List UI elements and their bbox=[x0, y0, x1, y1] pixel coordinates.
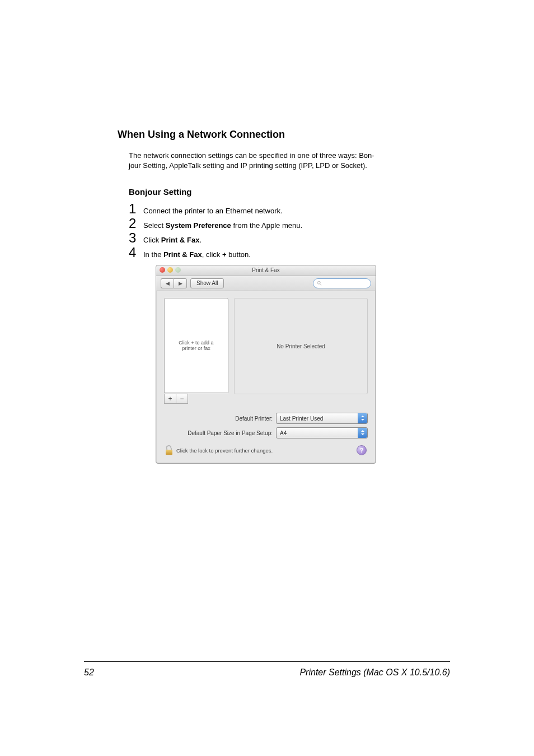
subsection-heading: Bonjour Setting bbox=[129, 187, 444, 197]
printer-detail-pane: No Printer Selected bbox=[234, 298, 368, 394]
close-icon[interactable] bbox=[160, 267, 165, 273]
step-number: 2 bbox=[129, 217, 141, 230]
steps-list: 1Connect the printer to an Ethernet netw… bbox=[129, 202, 444, 259]
svg-point-0 bbox=[317, 281, 320, 284]
page-number: 52 bbox=[84, 668, 94, 678]
step-text: Connect the printer to an Ethernet netwo… bbox=[141, 207, 283, 215]
svg-line-1 bbox=[320, 284, 322, 286]
nav-buttons: ◀ ▶ bbox=[161, 278, 187, 288]
print-fax-window: Print & Fax ◀ ▶ Show All Click + to add … bbox=[156, 265, 376, 464]
remove-printer-button[interactable]: − bbox=[176, 394, 188, 404]
zoom-icon[interactable] bbox=[175, 267, 181, 273]
add-remove-buttons: + − bbox=[164, 394, 228, 404]
lock-icon[interactable] bbox=[165, 446, 173, 455]
step-text: Select System Preference from the Apple … bbox=[141, 221, 302, 230]
default-printer-value: Last Printer Used bbox=[280, 416, 323, 422]
printer-list-pane: Click + to add a printer or fax bbox=[164, 298, 228, 393]
no-printer-label: No Printer Selected bbox=[277, 343, 325, 349]
search-icon bbox=[317, 281, 322, 286]
default-paper-select[interactable]: A4 bbox=[276, 427, 368, 438]
default-paper-label: Default Paper Size in Page Setup: bbox=[164, 430, 276, 436]
chevron-updown-icon bbox=[358, 428, 367, 438]
step-number: 1 bbox=[129, 202, 141, 216]
intro-line-2: jour Setting, AppleTalk setting and IP p… bbox=[129, 161, 367, 170]
step-number: 3 bbox=[129, 231, 141, 245]
printer-list-hint: Click + to add a printer or fax bbox=[179, 340, 213, 351]
window-title: Print & Fax bbox=[252, 267, 279, 273]
intro-text: The network connection settings can be s… bbox=[129, 151, 444, 170]
page-footer: 52 Printer Settings (Mac OS X 10.5/10.6) bbox=[84, 661, 450, 678]
default-paper-value: A4 bbox=[280, 430, 287, 436]
step: 3Click Print & Fax. bbox=[129, 231, 444, 245]
step-text: In the Print & Fax, click + button. bbox=[141, 250, 251, 259]
window-traffic-lights bbox=[160, 267, 181, 273]
step: 2Select System Preference from the Apple… bbox=[129, 217, 444, 230]
minimize-icon[interactable] bbox=[167, 267, 173, 273]
running-title: Printer Settings (Mac OS X 10.5/10.6) bbox=[299, 668, 450, 678]
search-input[interactable] bbox=[313, 278, 371, 288]
step-text: Click Print & Fax. bbox=[141, 236, 202, 244]
default-printer-select[interactable]: Last Printer Used bbox=[276, 413, 368, 424]
back-button[interactable]: ◀ bbox=[161, 278, 174, 288]
step-number: 4 bbox=[129, 246, 141, 259]
chevron-updown-icon bbox=[358, 413, 367, 423]
help-button[interactable]: ? bbox=[357, 445, 367, 455]
add-printer-button[interactable]: + bbox=[164, 394, 176, 404]
forward-button[interactable]: ▶ bbox=[174, 278, 187, 288]
default-printer-label: Default Printer: bbox=[164, 416, 276, 422]
step: 4In the Print & Fax, click + button. bbox=[129, 246, 444, 259]
window-toolbar: ◀ ▶ Show All bbox=[156, 276, 376, 291]
step: 1Connect the printer to an Ethernet netw… bbox=[129, 202, 444, 216]
show-all-button[interactable]: Show All bbox=[190, 278, 224, 288]
window-titlebar: Print & Fax bbox=[156, 265, 376, 276]
intro-line-1: The network connection settings can be s… bbox=[129, 151, 374, 160]
lock-text: Click the lock to prevent further change… bbox=[176, 447, 273, 454]
section-heading: When Using a Network Connection bbox=[118, 129, 444, 141]
